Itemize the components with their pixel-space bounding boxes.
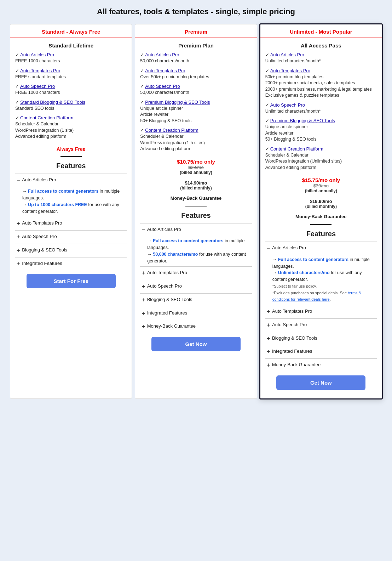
premium-column: Premium Premium Plan ✓ Auto Articles Pro…	[135, 24, 257, 399]
blue-text: Full access to content generators	[153, 238, 223, 243]
plus-icon: +	[267, 335, 270, 342]
plus-icon: +	[17, 220, 20, 227]
unlimited-header: Unlimited - Most Popular	[260, 24, 382, 38]
get-now-button[interactable]: Get Now	[276, 375, 365, 390]
plus-icon: +	[142, 270, 145, 277]
accordion-integrated[interactable]: + Integrated Features	[140, 307, 252, 320]
check-icon: ✓	[265, 102, 269, 108]
standard-plan-title: Standard Lifetime	[15, 42, 127, 49]
unlimited-price-block: $15.75/mo only $39/mo (billed annually) …	[265, 177, 377, 209]
minus-icon: −	[142, 226, 145, 234]
start-free-button[interactable]: Start For Free	[27, 274, 116, 288]
money-back-label: Money-Back Guarantee	[265, 214, 377, 219]
accordion-label: Money-Back Guarantee	[147, 323, 196, 329]
accordion-moneyback[interactable]: + Money-Back Guarantee	[140, 320, 252, 333]
always-free-label: Always Free	[15, 146, 127, 152]
articles-pro-link[interactable]: Auto Articles Pro	[270, 52, 304, 57]
accordion-moneyback[interactable]: + Money-Back Guarantee	[265, 358, 377, 372]
small-note: *Subject to fair use policy.*Excludes pu…	[272, 284, 361, 302]
divider	[185, 206, 207, 206]
check-icon: ✓	[265, 52, 269, 57]
articles-pro-link[interactable]: Auto Articles Pro	[20, 52, 54, 57]
accordion-integrated[interactable]: + Integrated Features	[15, 257, 127, 271]
price-monthly: $19.90/mo	[265, 199, 377, 204]
accordion-articles-open[interactable]: − Auto Articles Pro	[15, 174, 127, 187]
articles-pro-sub: FREE 1000 characters	[15, 58, 127, 64]
premium-feature-articles: ✓ Auto Articles Pro 50,000 characters/mo…	[140, 52, 252, 64]
accordion-seo[interactable]: + Blogging & SEO Tools	[265, 332, 377, 345]
standard-body: Standard Lifetime ✓ Auto Articles Pro FR…	[10, 38, 132, 398]
templates-pro-link[interactable]: Auto Templates Pro	[20, 68, 60, 73]
templates-pro-sub: FREE standard templates	[15, 74, 127, 80]
check-icon: ✓	[265, 118, 269, 123]
blue-text: Full access to content generators	[278, 257, 348, 262]
price-billed-annual: (billed annually)	[265, 188, 377, 193]
accordion-integrated[interactable]: + Integrated Features	[265, 345, 377, 358]
accordion-templates[interactable]: + Auto Templates Pro	[265, 305, 377, 318]
check-icon: ✓	[140, 52, 144, 57]
speech-pro-link[interactable]: Auto Speech Pro	[20, 84, 55, 89]
accordion-templates[interactable]: + Auto Templates Pro	[140, 266, 252, 280]
blue-text: Up to 1000 characters FREE	[28, 202, 87, 207]
accordion-articles-open[interactable]: − Auto Articles Pro	[140, 223, 252, 237]
accordion-label: Auto Articles Pro	[22, 177, 56, 183]
plus-icon: +	[142, 296, 145, 304]
templates-pro-link[interactable]: Auto Templates Pro	[145, 68, 185, 73]
plus-icon: +	[142, 283, 145, 290]
standard-feature-seo: ✓ Standard Blogging & SEO Tools Standard…	[15, 100, 127, 112]
speech-pro-sub: FREE 1000 characters	[15, 90, 127, 96]
speech-pro-link[interactable]: Auto Speech Pro	[145, 84, 180, 89]
standard-feature-articles: ✓ Auto Articles Pro FREE 1000 characters	[15, 52, 127, 64]
seo-tools-link[interactable]: Premium Blogging & SEO Tools	[270, 118, 335, 123]
templates-pro-link[interactable]: Auto Templates Pro	[270, 68, 310, 73]
seo-tools-sub: Unique article spinnerArticle rewriter50…	[140, 106, 252, 124]
arrow-icon: →	[22, 202, 27, 207]
standard-feature-speech: ✓ Auto Speech Pro FREE 1000 characters	[15, 84, 127, 96]
blue-text: Unlimited characters/mo	[278, 270, 330, 275]
check-icon: ✓	[140, 100, 144, 105]
accordion-label: Money-Back Guarantee	[272, 362, 321, 368]
accordion-speech[interactable]: + Auto Speech Pro	[140, 280, 252, 293]
speech-pro-link[interactable]: Auto Speech Pro	[270, 102, 305, 108]
unlimited-feature-templates: ✓ Auto Templates Pro 50k+ premium blog t…	[265, 68, 377, 99]
minus-icon: −	[267, 245, 270, 252]
accordion-templates[interactable]: + Auto Templates Pro	[15, 217, 127, 230]
accordion-speech[interactable]: + Auto Speech Pro	[265, 318, 377, 332]
blue-text: 50,000 characters/mo	[153, 252, 198, 257]
terms-link[interactable]: terms & conditions for relevant deals he…	[272, 291, 361, 302]
platform-sub: Scheduler & CalendarWordPress integratio…	[265, 152, 377, 171]
accordion-articles-open[interactable]: − Auto Articles Pro	[265, 242, 377, 255]
accordion-seo[interactable]: + Blogging & SEO Tools	[140, 293, 252, 307]
platform-link[interactable]: Content Creation Platform	[145, 128, 198, 133]
standard-header: Standard - Always Free	[10, 24, 132, 38]
accordion-label: Auto Templates Pro	[22, 220, 62, 226]
check-icon: ✓	[265, 146, 269, 152]
premium-header: Premium	[135, 24, 256, 38]
platform-sub: Scheduler & CalendarWordPress integratio…	[140, 134, 252, 152]
price-billed-annual: (billed annually)	[140, 170, 252, 175]
accordion-label: Auto Articles Pro	[147, 226, 181, 233]
accordion-label: Auto Articles Pro	[272, 245, 306, 251]
premium-feature-templates: ✓ Auto Templates Pro Over 50k+ premium b…	[140, 68, 252, 80]
pricing-grid: Standard - Always Free Standard Lifetime…	[8, 23, 384, 400]
plus-icon: +	[17, 247, 20, 254]
speech-pro-sub: 50,000 characters/month	[140, 90, 252, 96]
unlimited-feature-seo: ✓ Premium Blogging & SEO Tools Unique ar…	[265, 118, 377, 143]
check-icon: ✓	[15, 68, 19, 73]
unlimited-feature-platform: ✓ Content Creation Platform Scheduler & …	[265, 146, 377, 171]
price-billed-monthly: (billed monthly)	[265, 204, 377, 209]
articles-pro-link[interactable]: Auto Articles Pro	[145, 52, 179, 57]
get-now-button[interactable]: Get Now	[151, 337, 241, 351]
premium-body: Premium Plan ✓ Auto Articles Pro 50,000 …	[135, 38, 256, 398]
seo-tools-link[interactable]: Standard Blogging & SEO Tools	[20, 100, 85, 105]
seo-tools-sub: Unique article spinnerArticle rewriter50…	[265, 124, 377, 143]
unlimited-column: Unlimited - Most Popular All Access Pass…	[259, 23, 383, 400]
seo-tools-link[interactable]: Premium Blogging & SEO Tools	[145, 100, 210, 105]
accordion-label: Blogging & SEO Tools	[147, 296, 192, 303]
accordion-seo[interactable]: + Blogging & SEO Tools	[15, 244, 127, 257]
money-back-label: Money-Back Guarantee	[140, 196, 252, 201]
accordion-speech[interactable]: + Auto Speech Pro	[15, 230, 127, 244]
platform-link[interactable]: Content Creation Platform	[20, 115, 73, 120]
platform-link[interactable]: Content Creation Platform	[270, 146, 323, 152]
check-icon: ✓	[15, 100, 19, 105]
